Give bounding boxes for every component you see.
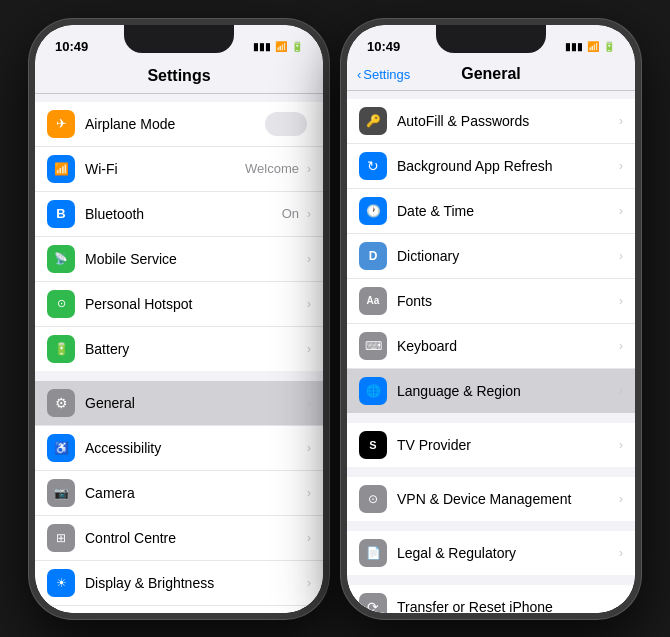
- bluetooth-chevron: ›: [307, 207, 311, 221]
- row-vpn[interactable]: ⊙ VPN & Device Management ›: [347, 477, 635, 521]
- keyboard-icon: ⌨: [359, 332, 387, 360]
- settings-content[interactable]: ✈ Airplane Mode 📶 Wi-Fi Welcome ›: [35, 94, 323, 613]
- phones-container: 10:49 ▮▮▮ 📶 🔋 Settings ✈: [19, 9, 651, 629]
- settings-list: ✈ Airplane Mode 📶 Wi-Fi Welcome ›: [35, 94, 323, 613]
- general-rows-section: 🔑 AutoFill & Passwords › ↻ Background Ap…: [347, 99, 635, 413]
- airplane-toggle[interactable]: [265, 112, 307, 136]
- autofill-label: AutoFill & Passwords: [397, 113, 615, 129]
- mobile-label: Mobile Service: [85, 251, 303, 267]
- row-wifi[interactable]: 📶 Wi-Fi Welcome ›: [35, 147, 323, 192]
- row-autofill[interactable]: 🔑 AutoFill & Passwords ›: [347, 99, 635, 144]
- row-battery[interactable]: 🔋 Battery ›: [35, 327, 323, 371]
- mobile-icon: 📡: [47, 245, 75, 273]
- legal-label: Legal & Regulatory: [397, 545, 615, 561]
- wifi-chevron: ›: [307, 162, 311, 176]
- row-background[interactable]: ↻ Background App Refresh ›: [347, 144, 635, 189]
- accessibility-label: Accessibility: [85, 440, 303, 456]
- row-display[interactable]: ☀ Display & Brightness ›: [35, 561, 323, 606]
- dictionary-label: Dictionary: [397, 248, 615, 264]
- hotspot-label: Personal Hotspot: [85, 296, 303, 312]
- row-control[interactable]: ⊞ Control Centre ›: [35, 516, 323, 561]
- legal-icon: 📄: [359, 539, 387, 567]
- tv-label: TV Provider: [397, 437, 615, 453]
- row-language[interactable]: 🌐 Language & Region ›: [347, 369, 635, 413]
- legal-section: 📄 Legal & Regulatory ›: [347, 531, 635, 575]
- vpn-icon: ⊙: [359, 485, 387, 513]
- phone-2: 10:49 ▮▮▮ 📶 🔋 ‹ Settings General: [341, 19, 641, 619]
- general-list: 🔑 AutoFill & Passwords › ↻ Background Ap…: [347, 91, 635, 613]
- transfer-label: Transfer or Reset iPhone: [397, 599, 615, 613]
- settings-title: Settings: [147, 67, 210, 84]
- battery-icon-2: 🔋: [603, 41, 615, 52]
- wifi-icon-row: 📶: [47, 155, 75, 183]
- autofill-chevron: ›: [619, 114, 623, 128]
- language-chevron: ›: [619, 384, 623, 398]
- transfer-chevron: ›: [619, 600, 623, 613]
- time-2: 10:49: [367, 39, 400, 54]
- row-hotspot[interactable]: ⊙ Personal Hotspot ›: [35, 282, 323, 327]
- background-chevron: ›: [619, 159, 623, 173]
- display-label: Display & Brightness: [85, 575, 303, 591]
- keyboard-label: Keyboard: [397, 338, 615, 354]
- wifi-value: Welcome: [245, 161, 299, 176]
- battery-icon-row: 🔋: [47, 335, 75, 363]
- wifi-icon-2: 📶: [587, 41, 599, 52]
- back-label: Settings: [363, 67, 410, 82]
- vpn-section: ⊙ VPN & Device Management ›: [347, 477, 635, 521]
- keyboard-chevron: ›: [619, 339, 623, 353]
- fonts-label: Fonts: [397, 293, 615, 309]
- accessibility-icon: ♿: [47, 434, 75, 462]
- bluetooth-icon: B: [47, 200, 75, 228]
- row-datetime[interactable]: 🕐 Date & Time ›: [347, 189, 635, 234]
- back-chevron-icon: ‹: [357, 67, 361, 82]
- row-keyboard[interactable]: ⌨ Keyboard ›: [347, 324, 635, 369]
- row-fonts[interactable]: Aa Fonts ›: [347, 279, 635, 324]
- row-accessibility[interactable]: ♿ Accessibility ›: [35, 426, 323, 471]
- control-label: Control Centre: [85, 530, 303, 546]
- vpn-label: VPN & Device Management: [397, 491, 615, 507]
- bluetooth-value: On: [282, 206, 299, 221]
- row-airplane[interactable]: ✈ Airplane Mode: [35, 102, 323, 147]
- tv-chevron: ›: [619, 438, 623, 452]
- background-label: Background App Refresh: [397, 158, 615, 174]
- transfer-icon: ⟳: [359, 593, 387, 613]
- status-bar-1: 10:49 ▮▮▮ 📶 🔋: [35, 25, 323, 63]
- signal-icon-2: ▮▮▮: [565, 41, 583, 52]
- background-icon: ↻: [359, 152, 387, 180]
- general-content[interactable]: 🔑 AutoFill & Passwords › ↻ Background Ap…: [347, 91, 635, 613]
- row-mobile[interactable]: 📡 Mobile Service ›: [35, 237, 323, 282]
- row-tv[interactable]: S TV Provider ›: [347, 423, 635, 467]
- hotspot-chevron: ›: [307, 297, 311, 311]
- back-button[interactable]: ‹ Settings: [357, 67, 410, 82]
- tv-icon: S: [359, 431, 387, 459]
- transfer-section: ⟳ Transfer or Reset iPhone ›: [347, 585, 635, 613]
- legal-chevron: ›: [619, 546, 623, 560]
- battery-label: Battery: [85, 341, 303, 357]
- row-dictionary[interactable]: D Dictionary ›: [347, 234, 635, 279]
- autofill-icon: 🔑: [359, 107, 387, 135]
- datetime-icon: 🕐: [359, 197, 387, 225]
- camera-chevron: ›: [307, 486, 311, 500]
- datetime-chevron: ›: [619, 204, 623, 218]
- row-transfer[interactable]: ⟳ Transfer or Reset iPhone ›: [347, 585, 635, 613]
- general-section: ⚙ General › ♿ Accessibility ›: [35, 381, 323, 613]
- accessibility-chevron: ›: [307, 441, 311, 455]
- bluetooth-label: Bluetooth: [85, 206, 282, 222]
- hotspot-icon: ⊙: [47, 290, 75, 318]
- row-legal[interactable]: 📄 Legal & Regulatory ›: [347, 531, 635, 575]
- language-label: Language & Region: [397, 383, 615, 399]
- row-general[interactable]: ⚙ General ›: [35, 381, 323, 426]
- network-section: ✈ Airplane Mode 📶 Wi-Fi Welcome ›: [35, 102, 323, 371]
- fonts-chevron: ›: [619, 294, 623, 308]
- row-camera[interactable]: 📷 Camera ›: [35, 471, 323, 516]
- dictionary-icon: D: [359, 242, 387, 270]
- row-homescreen[interactable]: ⊟ Home Screen & App Library ›: [35, 606, 323, 613]
- phone-1: 10:49 ▮▮▮ 📶 🔋 Settings ✈: [29, 19, 329, 619]
- status-icons-1: ▮▮▮ 📶 🔋: [253, 41, 303, 52]
- status-bar-2: 10:49 ▮▮▮ 📶 🔋: [347, 25, 635, 63]
- camera-label: Camera: [85, 485, 303, 501]
- control-icon: ⊞: [47, 524, 75, 552]
- fonts-icon: Aa: [359, 287, 387, 315]
- battery-icon: 🔋: [291, 41, 303, 52]
- row-bluetooth[interactable]: B Bluetooth On ›: [35, 192, 323, 237]
